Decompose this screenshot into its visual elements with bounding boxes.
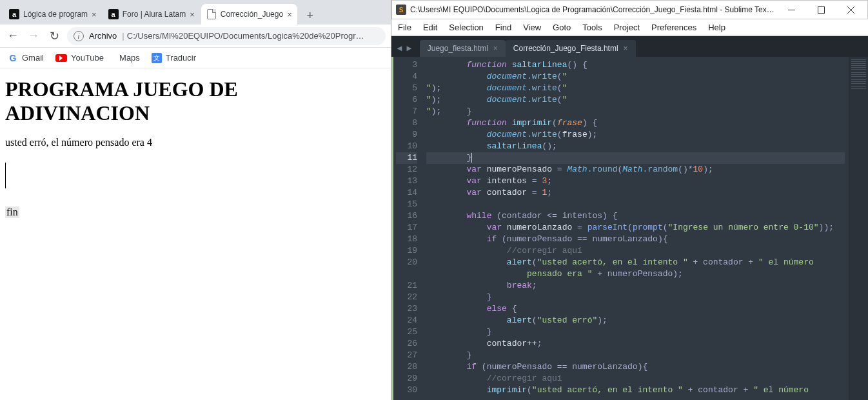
sublime-tab-2[interactable]: Corrección_Juego_Fiesta.html × (506, 40, 636, 57)
chrome-window: a Lógica de program × a Foro | Alura Lat… (0, 0, 391, 400)
info-icon[interactable]: i (74, 31, 84, 41)
close-icon[interactable]: × (190, 10, 195, 19)
menu-selection[interactable]: Selection (449, 23, 483, 32)
sublime-titlebar: S C:\Users\MI EQUIPO\Documents\Logica de… (391, 0, 868, 19)
back-button[interactable]: ← (5, 28, 21, 44)
menu-file[interactable]: File (398, 23, 411, 32)
tab-title: Lógica de program (23, 10, 88, 19)
sublime-menubar: File Edit Selection Find View Goto Tools… (391, 19, 868, 36)
sublime-tabstrip: ◄ ► Juego_fiesta.html × Corrección_Juego… (391, 36, 868, 57)
page-title: PROGRAMA JUEGO DE ADIVINACION (5, 77, 386, 125)
tab-title: Juego_fiesta.html (428, 44, 488, 53)
google-icon: G (8, 53, 18, 63)
chrome-toolbar: ← → ↻ i Archivo | C:/Users/MI%20EQUIPO/D… (0, 25, 391, 48)
chrome-tab-1[interactable]: a Lógica de program × (4, 4, 102, 25)
menu-preferences[interactable]: Preferences (651, 23, 696, 32)
document-favicon (206, 9, 217, 19)
editor-body: 34567891011121314151617181920 2122232425… (391, 57, 868, 400)
menu-find[interactable]: Find (495, 23, 511, 32)
chrome-tabstrip: a Lógica de program × a Foro | Alura Lat… (0, 0, 391, 25)
text-caret (5, 163, 6, 188)
youtube-icon (55, 54, 67, 62)
minimize-button[interactable] (778, 1, 804, 19)
bookmark-traducir[interactable]: 文 Traducir (152, 53, 196, 63)
alura-favicon: a (9, 9, 19, 19)
maximize-button[interactable] (808, 1, 834, 19)
svg-rect-2 (818, 6, 824, 13)
page-fin: fin (5, 206, 19, 218)
close-icon[interactable]: × (624, 44, 628, 53)
bookmark-youtube[interactable]: YouTube (55, 53, 104, 63)
menu-project[interactable]: Project (614, 23, 640, 32)
menu-view[interactable]: View (523, 23, 541, 32)
chrome-tab-2[interactable]: a Foro | Alura Latam × (103, 4, 200, 25)
alura-favicon: a (108, 9, 119, 19)
sublime-title: C:\Users\MI EQUIPO\Documents\Logica de P… (410, 5, 774, 14)
bookmarks-bar: G Gmail YouTube Maps 文 Traducir (0, 48, 391, 68)
line-gutter[interactable]: 34567891011121314151617181920 2122232425… (391, 57, 422, 400)
menu-tools[interactable]: Tools (582, 23, 602, 32)
close-icon[interactable]: × (493, 44, 498, 53)
sublime-window: S C:\Users\MI EQUIPO\Documents\Logica de… (391, 0, 868, 400)
address-bar[interactable]: i Archivo | C:/Users/MI%20EQUIPO/Documen… (67, 27, 386, 45)
address-label: Archivo (89, 31, 117, 41)
close-icon[interactable]: × (287, 10, 292, 19)
tab-nav: ◄ ► (395, 43, 413, 57)
sublime-icon: S (396, 5, 406, 15)
new-tab-button[interactable]: + (301, 6, 319, 25)
bookmark-gmail[interactable]: G Gmail (8, 53, 44, 63)
forward-button[interactable]: → (26, 28, 41, 44)
code-area[interactable]: function saltarLinea() { document.write(… (422, 57, 849, 400)
tab-title: Foro | Alura Latam (123, 10, 186, 19)
menu-edit[interactable]: Edit (423, 23, 437, 32)
window-close-button[interactable] (838, 1, 863, 19)
tab-next-icon[interactable]: ► (405, 43, 413, 53)
close-icon[interactable]: × (92, 10, 97, 19)
menu-goto[interactable]: Goto (553, 23, 571, 32)
tab-prev-icon[interactable]: ◄ (395, 43, 404, 53)
menu-help[interactable]: Help (708, 23, 725, 32)
sublime-tab-1[interactable]: Juego_fiesta.html × (420, 40, 506, 57)
tab-title: Corrección_Juego (221, 10, 283, 19)
tab-title: Corrección_Juego_Fiesta.html (513, 44, 618, 53)
address-path: C:/Users/MI%20EQUIPO/Documents/Logica%20… (127, 31, 364, 41)
page-message: usted erró, el número pensado era 4 (5, 137, 386, 148)
page-content: PROGRAMA JUEGO DE ADIVINACION usted erró… (0, 68, 391, 400)
translate-icon: 文 (152, 53, 162, 63)
minimap[interactable] (849, 57, 868, 400)
reload-button[interactable]: ↻ (46, 28, 62, 44)
chrome-tab-3[interactable]: Corrección_Juego × (201, 4, 297, 25)
bookmark-maps[interactable]: Maps (115, 53, 140, 63)
